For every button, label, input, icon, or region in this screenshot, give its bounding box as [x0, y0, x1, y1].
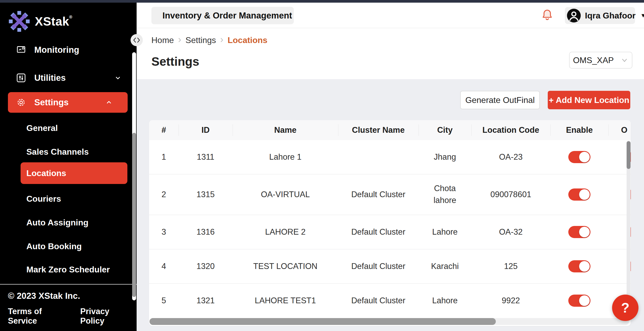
- monitor-icon: [15, 45, 27, 55]
- sidebar-item-mark-zero-scheduler[interactable]: Mark Zero Scheduler: [0, 262, 137, 277]
- sidebar-item-label: Sales Channels: [26, 147, 89, 157]
- cell-id: 1315: [179, 174, 233, 215]
- column-header-: #: [149, 120, 179, 140]
- sidebar-item-label: Mark Zero Scheduler: [26, 265, 110, 275]
- cell-name: Lahore 1: [233, 140, 338, 174]
- cell-city: Jhang: [419, 140, 471, 174]
- table-row: 51321LAHORE TEST1Default ClusterLahore99…: [149, 283, 631, 318]
- sidebar-footer: © 2023 XStak Inc. Terms of Service Priva…: [0, 284, 137, 331]
- sidebar-item-sales-channels[interactable]: Sales Channels: [0, 144, 137, 159]
- row-number: 1: [149, 140, 179, 174]
- sidebar: XStak® MonitoringUtilitiesSettingsGenera…: [0, 3, 137, 331]
- help-button[interactable]: ?: [612, 295, 638, 321]
- user-menu[interactable]: Iqra Ghafoor ▼: [565, 7, 635, 24]
- table-row: 21315OA-VIRTUALDefault ClusterChota laho…: [149, 174, 631, 215]
- toggle-knob: [579, 261, 590, 272]
- cell-enable: [550, 140, 608, 174]
- cell-cluster-name: Default Cluster: [338, 249, 419, 283]
- workspace-select-value: OMS_XAP: [573, 55, 614, 65]
- sliders-icon: [15, 73, 27, 83]
- sidebar-item-auto-booking[interactable]: Auto Booking: [0, 239, 137, 254]
- sidebar-scrollbar[interactable]: [132, 52, 136, 300]
- cell-enable: [550, 284, 608, 318]
- enable-toggle[interactable]: [568, 295, 590, 307]
- breadcrumb: Home › Settings › Locations: [151, 35, 267, 45]
- breadcrumb-separator-icon: ›: [220, 35, 223, 44]
- sidebar-item-label: Couriers: [26, 194, 61, 204]
- cell-enable: [550, 249, 608, 283]
- table-horizontal-scrollbar[interactable]: [150, 318, 629, 325]
- breadcrumb-current: Locations: [228, 35, 267, 45]
- cell-name: TEST LOCATION: [233, 249, 338, 283]
- sidebar-item-couriers[interactable]: Couriers: [0, 191, 137, 206]
- enable-toggle[interactable]: [568, 151, 590, 163]
- cell-cluster-name: Default Cluster: [338, 284, 419, 318]
- sidebar-item-auto-assigning[interactable]: Auto Assigning: [0, 215, 137, 230]
- sidebar-collapse-button[interactable]: [131, 34, 143, 46]
- table-row: 31316LAHORE 2Default ClusterLahoreOA-32: [149, 215, 631, 249]
- sidebar-nav: MonitoringUtilitiesSettingsGeneralSales …: [0, 44, 137, 295]
- toggle-knob: [579, 227, 590, 237]
- add-new-location-button[interactable]: + Add New Location: [548, 91, 630, 109]
- brand-logo[interactable]: XStak®: [8, 10, 73, 33]
- sidebar-item-label: General: [26, 123, 58, 133]
- cell-cluster-name: [338, 140, 419, 174]
- row-number: 4: [149, 249, 179, 283]
- sidebar-item-utilities[interactable]: Utilities: [0, 70, 137, 86]
- enable-toggle[interactable]: [568, 226, 590, 238]
- column-header-o: O: [608, 120, 631, 140]
- table-vertical-scrollbar-thumb[interactable]: [627, 141, 631, 169]
- enable-toggle[interactable]: [568, 188, 590, 201]
- sidebar-item-label: Auto Booking: [26, 242, 82, 251]
- cell-city: Lahore: [419, 284, 471, 318]
- row-number: 5: [149, 284, 179, 318]
- sidebar-item-label: Locations: [26, 168, 66, 178]
- brand-name: XStak®: [35, 14, 73, 29]
- sidebar-item-label: Auto Assigning: [26, 218, 88, 228]
- terms-of-service-link[interactable]: Terms of Service: [8, 307, 65, 326]
- sidebar-item-settings[interactable]: Settings: [8, 92, 128, 113]
- enable-toggle[interactable]: [568, 260, 590, 272]
- generate-outfinal-button[interactable]: Generate OutFinal: [460, 91, 540, 109]
- sidebar-item-locations[interactable]: Locations: [21, 162, 127, 184]
- privacy-policy-link[interactable]: Privacy Policy: [80, 307, 129, 326]
- cell-city: Karachi: [419, 249, 471, 283]
- breadcrumb-separator-icon: ›: [178, 35, 181, 44]
- cell-city: Lahore: [419, 215, 471, 249]
- app-switcher[interactable]: Inventory & Order Management: [151, 7, 294, 24]
- topbar: Inventory & Order Management Iqra Ghafoo…: [137, 3, 644, 28]
- column-header-enable: Enable: [550, 120, 608, 140]
- cell-id: 1321: [179, 284, 233, 318]
- app-switcher-label: Inventory & Order Management: [162, 11, 292, 21]
- cell-location-code: 9922: [471, 284, 550, 318]
- workspace-select[interactable]: OMS_XAP: [569, 52, 632, 69]
- cell-location-code: OA-32: [471, 215, 550, 249]
- page-title: Settings: [151, 54, 199, 69]
- sidebar-item-general[interactable]: General: [0, 121, 137, 135]
- sidebar-scrollbar-thumb[interactable]: [132, 133, 136, 297]
- page-header: Inventory & Order Management Iqra Ghafoo…: [137, 3, 644, 79]
- row-number: 3: [149, 215, 179, 249]
- toggle-knob: [579, 189, 590, 200]
- cell-id: 1316: [179, 215, 233, 249]
- cell-cluster-name: Default Cluster: [338, 174, 419, 215]
- column-header-location-code: Location Code: [471, 120, 550, 140]
- breadcrumb-settings[interactable]: Settings: [185, 35, 216, 45]
- column-header-cluster-name: Cluster Name: [338, 120, 419, 140]
- breadcrumb-home[interactable]: Home: [151, 35, 174, 45]
- sidebar-item-monitoring[interactable]: Monitoring: [0, 44, 137, 58]
- column-header-name: Name: [233, 120, 338, 140]
- table-horizontal-scrollbar-thumb[interactable]: [150, 318, 496, 325]
- cell-enable: [550, 174, 608, 215]
- table-row: 11311Lahore 1JhangOA-23: [149, 140, 631, 174]
- cell-city: Chota lahore: [419, 174, 471, 215]
- cell-id: 1320: [179, 249, 233, 283]
- top-window-strip: [0, 0, 644, 3]
- table-vertical-scrollbar[interactable]: [627, 141, 631, 316]
- column-header-city: City: [419, 120, 471, 140]
- collapse-chevrons-icon: [133, 37, 141, 43]
- sidebar-item-label: Utilities: [34, 73, 66, 83]
- notifications-bell-icon[interactable]: [541, 8, 554, 22]
- chevron-down-icon: [621, 56, 628, 64]
- locations-table-card: #IDNameCluster NameCityLocation CodeEnab…: [149, 120, 631, 326]
